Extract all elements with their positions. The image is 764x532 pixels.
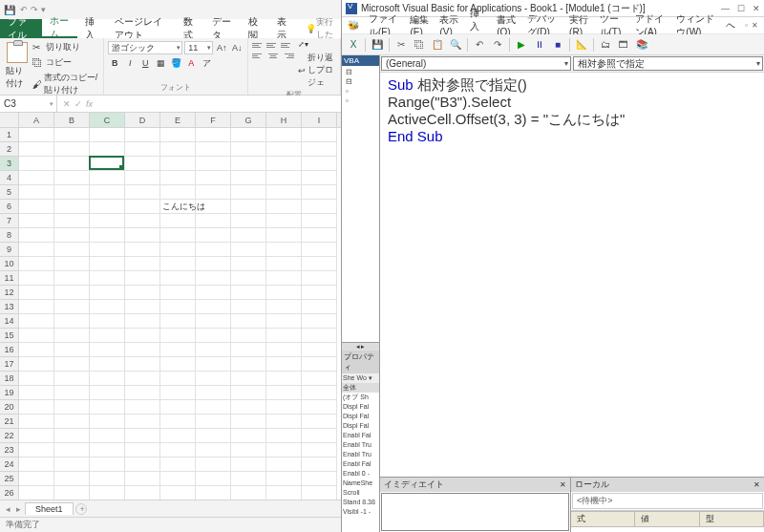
cell[interactable] bbox=[90, 329, 125, 343]
row-header[interactable]: 11 bbox=[0, 271, 18, 286]
cell[interactable] bbox=[90, 472, 125, 486]
sheet-nav-prev-icon[interactable]: ◂ bbox=[4, 504, 12, 514]
cell[interactable] bbox=[196, 314, 231, 329]
cell[interactable] bbox=[19, 200, 54, 214]
immediate-input[interactable] bbox=[381, 493, 569, 531]
splitter[interactable]: ◂ ▸ bbox=[342, 343, 379, 351]
cell[interactable] bbox=[266, 386, 302, 400]
cell[interactable] bbox=[231, 228, 266, 243]
tree-node[interactable]: ▫ bbox=[344, 96, 377, 106]
cell[interactable] bbox=[266, 228, 302, 243]
run-icon[interactable]: ▶ bbox=[514, 37, 529, 53]
cell[interactable] bbox=[231, 300, 266, 314]
cells-area[interactable]: こんにちは bbox=[19, 128, 341, 500]
cell[interactable] bbox=[302, 300, 337, 314]
tab-review[interactable]: 校閲 bbox=[241, 19, 269, 38]
cell[interactable] bbox=[54, 372, 90, 386]
add-sheet-button[interactable]: + bbox=[75, 503, 87, 515]
cell[interactable] bbox=[125, 443, 160, 458]
property-row[interactable]: Displ Fal bbox=[342, 412, 379, 421]
cell[interactable] bbox=[19, 357, 54, 372]
properties-tab[interactable]: 全体 bbox=[342, 383, 379, 393]
property-row[interactable]: Enabl Fal bbox=[342, 459, 379, 469]
cell[interactable] bbox=[231, 357, 266, 372]
cell[interactable] bbox=[231, 214, 266, 228]
cell[interactable] bbox=[302, 243, 337, 257]
cell[interactable] bbox=[160, 257, 196, 271]
row-header[interactable]: 3 bbox=[0, 157, 18, 171]
redo-icon[interactable]: ↷ bbox=[31, 5, 38, 14]
tab-data[interactable]: データ bbox=[204, 19, 240, 38]
cell[interactable] bbox=[160, 372, 196, 386]
cell[interactable] bbox=[266, 343, 302, 357]
cell[interactable] bbox=[266, 214, 302, 228]
cell[interactable] bbox=[19, 386, 54, 400]
cell[interactable] bbox=[302, 128, 337, 142]
cell[interactable] bbox=[19, 185, 54, 200]
cell[interactable] bbox=[302, 257, 337, 271]
cell[interactable] bbox=[54, 257, 90, 271]
cell[interactable] bbox=[302, 372, 337, 386]
cell[interactable] bbox=[54, 429, 90, 443]
cell[interactable] bbox=[231, 386, 266, 400]
copy-button[interactable]: ⿻コピー bbox=[32, 55, 99, 70]
cell[interactable] bbox=[302, 415, 337, 429]
maximize-icon[interactable]: ☐ bbox=[737, 4, 745, 13]
cell[interactable] bbox=[196, 157, 231, 171]
cell[interactable] bbox=[266, 357, 302, 372]
column-header[interactable]: D bbox=[125, 113, 160, 127]
row-header[interactable]: 5 bbox=[0, 185, 18, 200]
cell[interactable] bbox=[19, 214, 54, 228]
property-row[interactable]: Displ Fal bbox=[342, 402, 379, 412]
cell[interactable] bbox=[231, 157, 266, 171]
cell[interactable] bbox=[90, 257, 125, 271]
cell[interactable] bbox=[54, 171, 90, 185]
cell[interactable] bbox=[125, 486, 160, 500]
cell[interactable] bbox=[160, 486, 196, 500]
close-icon[interactable]: ✕ bbox=[560, 480, 566, 489]
cell[interactable] bbox=[125, 386, 160, 400]
cell[interactable] bbox=[196, 228, 231, 243]
row-header[interactable]: 19 bbox=[0, 386, 18, 400]
cell[interactable] bbox=[231, 486, 266, 500]
row-header[interactable]: 24 bbox=[0, 458, 18, 472]
cell[interactable] bbox=[54, 300, 90, 314]
cell[interactable] bbox=[90, 415, 125, 429]
row-header[interactable]: 4 bbox=[0, 171, 18, 185]
cell[interactable] bbox=[90, 128, 125, 142]
cell[interactable] bbox=[125, 314, 160, 329]
row-header[interactable]: 6 bbox=[0, 200, 18, 214]
cell[interactable] bbox=[302, 171, 337, 185]
cell[interactable] bbox=[90, 386, 125, 400]
project-explorer-icon[interactable]: 🗂 bbox=[598, 37, 613, 53]
row-header[interactable]: 26 bbox=[0, 486, 18, 500]
properties-pane[interactable]: プロパティ She Wo ▾ 全体 (オブ ShDispl FalDispl F… bbox=[342, 351, 379, 532]
align-left-icon[interactable] bbox=[252, 51, 265, 60]
cell[interactable] bbox=[125, 357, 160, 372]
cell[interactable] bbox=[266, 185, 302, 200]
cell[interactable] bbox=[125, 214, 160, 228]
align-top-icon[interactable] bbox=[252, 40, 265, 50]
object-browser-icon[interactable]: 📚 bbox=[634, 37, 649, 53]
cell[interactable] bbox=[54, 343, 90, 357]
copy-icon[interactable]: ⿻ bbox=[412, 37, 427, 53]
cell[interactable] bbox=[302, 472, 337, 486]
cell[interactable] bbox=[125, 228, 160, 243]
cell[interactable] bbox=[231, 329, 266, 343]
project-explorer[interactable]: VBA ⊟ ⊟ ▫ ▫ bbox=[342, 55, 379, 343]
select-all-corner[interactable] bbox=[0, 113, 19, 127]
locals-col-expr[interactable]: 式 bbox=[571, 511, 635, 527]
font-size-select[interactable]: 11 bbox=[184, 41, 213, 54]
property-row[interactable]: Enabl 0 - bbox=[342, 469, 379, 479]
cell[interactable] bbox=[160, 128, 196, 142]
cell[interactable] bbox=[19, 171, 54, 185]
row-header[interactable]: 2 bbox=[0, 142, 18, 157]
redo-icon[interactable]: ↷ bbox=[490, 37, 505, 53]
cell[interactable] bbox=[231, 142, 266, 157]
align-middle-icon[interactable] bbox=[266, 40, 280, 50]
cell[interactable] bbox=[231, 171, 266, 185]
code-editor[interactable]: Sub 相対参照で指定() Range("B3").Select ActiveC… bbox=[380, 73, 764, 477]
property-row[interactable]: Stand 8.38 bbox=[342, 498, 379, 507]
row-header[interactable]: 8 bbox=[0, 228, 18, 243]
cell[interactable] bbox=[160, 429, 196, 443]
